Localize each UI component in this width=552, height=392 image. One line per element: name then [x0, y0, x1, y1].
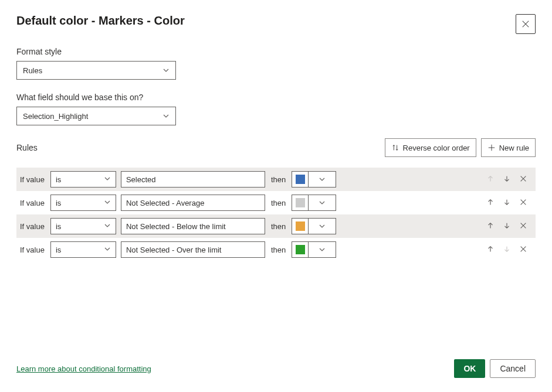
reverse-button-label: Reverse color order	[403, 144, 470, 152]
move-down-button[interactable]	[502, 197, 512, 208]
arrow-up-icon	[486, 245, 495, 255]
reverse-icon	[391, 144, 399, 152]
chevron-down-icon	[104, 246, 111, 254]
close-icon	[519, 245, 527, 255]
dialog-footer: Learn more about conditional formatting …	[16, 345, 536, 378]
rule-row: If valueisNot Selected - Averagethen	[16, 191, 536, 214]
close-button[interactable]	[516, 14, 536, 34]
chevron-down-icon	[162, 67, 170, 74]
move-down-button[interactable]	[502, 174, 512, 185]
then-label: then	[270, 246, 287, 254]
color-select[interactable]	[292, 241, 336, 258]
delete-rule-button[interactable]	[518, 244, 529, 255]
learn-more-link[interactable]: Learn more about conditional formatting	[16, 364, 151, 373]
color-swatch	[292, 219, 309, 234]
format-style-value: Rules	[23, 66, 42, 75]
color-select[interactable]	[292, 195, 336, 211]
value-input[interactable]: Not Selected - Average	[121, 195, 265, 211]
color-select[interactable]	[292, 171, 336, 188]
base-field-group: What field should we base this on? Selec…	[16, 93, 536, 125]
move-up-button[interactable]	[485, 197, 496, 208]
if-value-label: If value	[19, 199, 46, 207]
dialog-title: Default color - Markers - Color	[16, 14, 185, 28]
ok-button[interactable]: OK	[454, 359, 485, 378]
rule-row-actions	[485, 197, 533, 208]
close-icon	[519, 221, 527, 231]
color-swatch	[292, 172, 309, 187]
rules-header: Rules Reverse color order New rule	[16, 138, 536, 157]
color-swatch	[292, 242, 309, 257]
delete-rule-button[interactable]	[518, 197, 529, 208]
chevron-down-icon	[104, 199, 111, 207]
rules-actions: Reverse color order New rule	[385, 138, 536, 157]
rule-row: If valueisSelectedthen	[16, 168, 536, 191]
rule-row: If valueisNot Selected - Over the limitt…	[16, 238, 536, 261]
rules-label: Rules	[16, 143, 38, 152]
operator-select[interactable]: is	[50, 218, 116, 234]
move-up-button[interactable]	[485, 244, 496, 255]
then-label: then	[270, 175, 287, 184]
color-swatch	[292, 195, 309, 210]
move-up-button	[485, 174, 496, 185]
dialog-header: Default color - Markers - Color	[16, 14, 536, 34]
operator-select[interactable]: is	[50, 241, 116, 258]
rule-row-actions	[485, 221, 533, 231]
rules-list: If valueisSelectedthenIf valueisNot Sele…	[16, 168, 536, 261]
base-field-select[interactable]: Selection_Highlight	[16, 107, 176, 125]
chevron-down-icon	[309, 223, 336, 230]
operator-value: is	[56, 222, 61, 231]
value-input[interactable]: Not Selected - Over the limit	[121, 241, 265, 258]
cancel-button[interactable]: Cancel	[490, 359, 536, 378]
chevron-down-icon	[309, 199, 336, 206]
value-text: Not Selected - Below the limit	[126, 222, 226, 231]
operator-value: is	[56, 175, 61, 184]
base-field-value: Selection_Highlight	[23, 112, 88, 121]
arrow-up-icon	[486, 175, 495, 185]
then-label: then	[270, 222, 287, 231]
arrow-up-icon	[486, 198, 495, 208]
value-text: Not Selected - Over the limit	[126, 246, 222, 254]
rule-row-actions	[485, 244, 533, 255]
close-icon	[519, 175, 527, 185]
if-value-label: If value	[19, 175, 46, 184]
arrow-down-icon	[503, 221, 511, 231]
conditional-formatting-dialog: Default color - Markers - Color Format s…	[0, 0, 552, 392]
chevron-down-icon	[162, 113, 170, 120]
if-value-label: If value	[19, 246, 46, 254]
arrow-down-icon	[503, 175, 511, 185]
operator-value: is	[56, 246, 61, 254]
operator-select[interactable]: is	[50, 195, 116, 211]
arrow-up-icon	[486, 221, 495, 231]
format-style-group: Format style Rules	[16, 47, 536, 80]
value-input[interactable]: Not Selected - Below the limit	[121, 218, 265, 234]
move-down-button	[502, 244, 512, 255]
format-style-select[interactable]: Rules	[16, 61, 176, 80]
plus-icon	[487, 144, 496, 152]
move-up-button[interactable]	[485, 221, 496, 231]
delete-rule-button[interactable]	[518, 221, 529, 231]
if-value-label: If value	[19, 222, 46, 231]
format-style-label: Format style	[16, 47, 536, 56]
new-rule-button[interactable]: New rule	[481, 138, 536, 157]
then-label: then	[270, 199, 287, 207]
chevron-down-icon	[309, 176, 336, 183]
operator-value: is	[56, 199, 61, 207]
close-icon	[519, 198, 527, 208]
color-select[interactable]	[292, 218, 336, 234]
operator-select[interactable]: is	[50, 171, 116, 188]
value-text: Selected	[126, 175, 156, 184]
chevron-down-icon	[104, 175, 111, 184]
chevron-down-icon	[309, 246, 336, 253]
rule-row: If valueisNot Selected - Below the limit…	[16, 214, 536, 238]
footer-buttons: OK Cancel	[454, 359, 536, 378]
delete-rule-button[interactable]	[518, 174, 529, 185]
value-input[interactable]: Selected	[121, 171, 265, 188]
close-icon	[521, 20, 530, 28]
reverse-color-order-button[interactable]: Reverse color order	[385, 138, 476, 157]
rule-row-actions	[485, 174, 533, 185]
base-field-label: What field should we base this on?	[16, 93, 536, 102]
arrow-down-icon	[503, 245, 511, 255]
move-down-button[interactable]	[502, 221, 512, 231]
arrow-down-icon	[503, 198, 511, 208]
new-rule-button-label: New rule	[499, 144, 529, 152]
